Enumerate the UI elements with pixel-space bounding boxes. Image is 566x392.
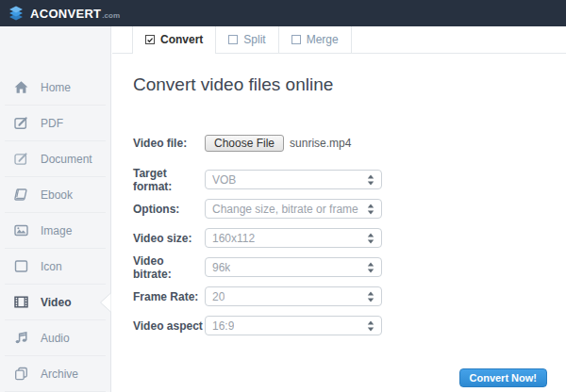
select-stepper-icon: [367, 291, 375, 302]
target-format-label: Target format:: [133, 167, 205, 193]
video-size-select[interactable]: 160x112: [205, 228, 382, 248]
sidebar-item-label: Audio: [41, 332, 70, 345]
sidebar-item-home[interactable]: Home: [5, 70, 106, 106]
tab-label: Convert: [160, 33, 203, 46]
video-file-row: Video file: Choose File sunrise.mp4: [133, 135, 566, 151]
video-aspect-row: Video aspect 16:9: [133, 316, 566, 335]
sidebar-item-archive[interactable]: Archive: [5, 356, 106, 392]
select-value: 20: [212, 290, 225, 303]
top-header: ACONVERT .com: [0, 0, 566, 26]
target-format-select[interactable]: VOB: [205, 170, 382, 189]
video-size-row: Video size: 160x112: [133, 228, 566, 248]
tab-split[interactable]: Split: [216, 26, 278, 53]
video-bitrate-select[interactable]: 96k: [205, 257, 382, 277]
select-stepper-icon: [367, 320, 375, 332]
video-icon: [13, 294, 29, 310]
sidebar-item-label: Ebook: [41, 188, 73, 202]
ebook-icon: [13, 187, 29, 203]
home-icon: [13, 79, 29, 95]
brand-suffix: .com: [102, 11, 120, 20]
sidebar-item-pdf[interactable]: PDF: [5, 106, 106, 141]
choose-file-button[interactable]: Choose File: [205, 135, 284, 152]
document-icon: [13, 151, 29, 167]
select-stepper-icon: [367, 204, 375, 215]
sidebar-item-label: Archive: [41, 368, 78, 381]
video-aspect-select[interactable]: 16:9: [205, 316, 382, 335]
image-icon: [13, 222, 29, 238]
sidebar-item-label: Document: [41, 153, 92, 166]
target-format-row: Target format: VOB: [133, 170, 566, 189]
sidebar-item-audio[interactable]: Audio: [5, 320, 106, 356]
sidebar-item-label: Image: [41, 224, 72, 237]
video-aspect-label: Video aspect: [133, 319, 205, 333]
video-bitrate-row: Video bitrate: 96k: [133, 257, 566, 277]
convert-form: Convert video files online Video file: C…: [112, 54, 566, 335]
sidebar-item-ebook[interactable]: Ebook: [5, 177, 106, 213]
video-size-label: Video size:: [133, 232, 205, 245]
tab-bar: Convert Split Merge: [112, 26, 566, 54]
frame-rate-label: Frame Rate:: [133, 290, 205, 303]
sidebar-item-icon[interactable]: Icon: [5, 249, 106, 285]
category-sidebar: Home PDF Document Ebook: [0, 26, 111, 392]
select-value: Change size, bitrate or frame rate: [212, 203, 361, 216]
frame-rate-select[interactable]: 20: [205, 286, 382, 306]
tab-label: Merge: [307, 33, 339, 46]
layers-logo-icon: [8, 5, 25, 22]
sidebar-item-label: Home: [41, 81, 71, 94]
select-stepper-icon: [367, 174, 375, 186]
options-select[interactable]: Change size, bitrate or frame rate: [205, 199, 382, 219]
options-row: Options: Change size, bitrate or frame r…: [133, 199, 566, 219]
video-bitrate-label: Video bitrate:: [133, 254, 205, 281]
audio-icon: [13, 330, 29, 346]
convert-now-button[interactable]: Convert Now!: [459, 368, 548, 387]
sidebar-item-document[interactable]: Document: [5, 141, 106, 177]
select-value: VOB: [212, 173, 236, 187]
page-title: Convert video files online: [133, 74, 566, 95]
pdf-icon: [13, 115, 29, 131]
frame-rate-row: Frame Rate: 20: [133, 286, 566, 306]
selected-file-name: sunrise.mp4: [290, 137, 351, 150]
checkbox-unchecked-icon: [291, 35, 301, 44]
tab-convert[interactable]: Convert: [132, 26, 216, 53]
sidebar-item-video[interactable]: Video: [5, 285, 106, 320]
tab-merge[interactable]: Merge: [279, 26, 352, 53]
sidebar-item-image[interactable]: Image: [5, 213, 106, 249]
tab-label: Split: [243, 33, 265, 46]
aconvert-page: ACONVERT .com Home PDF Document: [0, 0, 566, 392]
select-value: 96k: [212, 261, 230, 274]
checkbox-unchecked-icon: [228, 35, 238, 44]
checkbox-checked-icon: [145, 35, 155, 44]
select-value: 16:9: [212, 319, 234, 333]
icon-icon: [13, 258, 29, 274]
options-label: Options:: [133, 203, 205, 216]
main-panel: Convert Split Merge Convert video files …: [112, 26, 566, 392]
sidebar-item-label: Icon: [41, 260, 62, 273]
select-stepper-icon: [367, 262, 375, 273]
active-item-pointer: [99, 292, 111, 313]
sidebar-item-label: PDF: [41, 117, 63, 130]
select-stepper-icon: [367, 233, 375, 244]
sidebar-item-label: Video: [41, 296, 71, 309]
archive-icon: [13, 366, 29, 382]
select-value: 160x112: [212, 232, 255, 245]
brand-name[interactable]: ACONVERT: [30, 7, 101, 21]
video-file-label: Video file:: [133, 137, 205, 150]
